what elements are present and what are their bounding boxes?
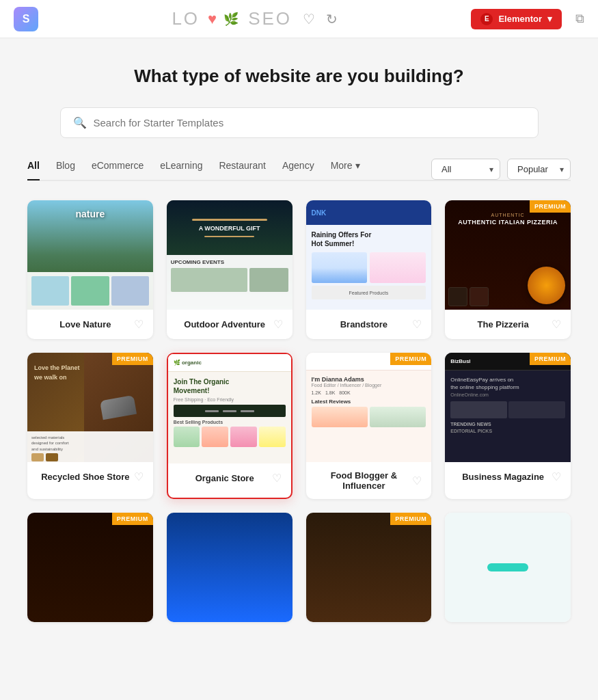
favorite-love-nature[interactable]: ♡	[134, 318, 144, 331]
template-card-brandstore[interactable]: DNK Raining Offers ForHot Summer! Featur…	[306, 200, 432, 339]
tab-elearning[interactable]: eLearning	[160, 160, 202, 180]
sort-select[interactable]: Popular Newest Oldest	[507, 159, 571, 180]
pizzeria-title-text: AUTHENTIC ITALIAN PIZZERIA	[458, 219, 558, 226]
favorite-pizzeria[interactable]: ♡	[552, 318, 561, 331]
sort-select-wrap: Popular Newest Oldest	[507, 159, 571, 180]
teal-bar	[487, 563, 528, 571]
brand-loy: LO	[172, 8, 200, 29]
template-card-business-magazine[interactable]: PREMIUM BizBusl OnlineEasyPay arrives on…	[445, 353, 571, 499]
type-select[interactable]: All Free Premium	[431, 159, 500, 180]
heart-icon: ♥	[208, 10, 217, 28]
blogger-name: I'm Dianna Adams	[312, 376, 426, 383]
template-card-outdoor-adventure[interactable]: A WONDERFUL GIFT UPCOMING EVENTS Outdoor…	[167, 200, 293, 339]
main-content: What type of website are you building? 🔍…	[0, 38, 598, 636]
premium-badge-shoe: PREMIUM	[112, 353, 153, 365]
pizzeria-mini-items	[448, 287, 489, 306]
template-label-blogger: Food Blogger & Influencer ♡	[306, 462, 432, 499]
favorite-outdoor[interactable]: ♡	[273, 318, 283, 331]
favorite-icon[interactable]: ♡	[303, 11, 315, 27]
template-label-outdoor: Outdoor Adventure ♡	[167, 310, 293, 339]
elementor-button[interactable]: E Elementor ▾	[471, 9, 562, 29]
refresh-icon[interactable]: ↻	[326, 11, 338, 27]
brandstore-headline: Raining Offers ForHot Summer!	[312, 230, 426, 248]
nature-bottom-strip	[27, 272, 153, 310]
tab-more[interactable]: More ▾	[331, 160, 360, 179]
type-select-wrap: All Free Premium	[431, 159, 500, 180]
brandstore-logo-text: DNK	[312, 209, 327, 217]
topbar-center: LO ♥ 🌿 SEO ♡ ↻	[38, 8, 471, 29]
search-input[interactable]	[94, 117, 526, 129]
template-card-bottom-3[interactable]: PREMIUM	[306, 513, 432, 622]
organic-sub: Free Shipping · Eco Friendly	[174, 397, 286, 402]
template-name-shoe: Recycled Shoe Store	[37, 472, 134, 482]
template-card-bottom-1[interactable]: PREMIUM	[27, 513, 153, 622]
favorite-blogger[interactable]: ♡	[412, 474, 422, 487]
app-logo-icon[interactable]: S	[14, 7, 38, 31]
topbar-right: E Elementor ▾ ⧉	[471, 9, 584, 29]
filter-tabs: All Blog eCommerce eLearning Restaurant …	[27, 160, 360, 179]
template-thumb-bottom-2	[167, 513, 293, 622]
favorite-business[interactable]: ♡	[552, 470, 561, 483]
pizzeria-sub-text: AUTHENTIC	[491, 213, 525, 217]
blogger-body: I'm Dianna Adams Food Editor / Influence…	[306, 371, 432, 462]
favorite-shoe[interactable]: ♡	[134, 470, 144, 483]
premium-badge-bottom-3: PREMIUM	[390, 513, 431, 525]
template-name-pizzeria: The Pizzeria	[454, 319, 552, 329]
business-trending: TRENDING NEWS	[450, 422, 565, 427]
template-name-business: Business Magazine	[454, 472, 552, 482]
business-headline: OnlineEasyPay arrives onthe online shopp…	[450, 376, 565, 391]
tab-ecommerce[interactable]: eCommerce	[92, 160, 144, 180]
template-label-love-nature: Love Nature ♡	[27, 310, 153, 339]
elementor-logo-icon: E	[480, 13, 493, 25]
template-name-blogger: Food Blogger & Influencer	[316, 470, 413, 491]
topbar-left: S	[14, 7, 38, 31]
template-name-organic: Organic Store	[178, 473, 272, 483]
shoe-silhouette	[100, 395, 137, 420]
template-name-outdoor: Outdoor Adventure	[176, 319, 273, 329]
tab-agency[interactable]: Agency	[282, 160, 314, 180]
template-label-pizzeria: The Pizzeria ♡	[445, 310, 571, 339]
business-body: OnlineEasyPay arrives onthe online shopp…	[445, 371, 571, 462]
favorite-brandstore[interactable]: ♡	[412, 318, 422, 331]
organic-products	[174, 427, 286, 447]
template-thumb-pizzeria: PREMIUM AUTHENTIC AUTHENTIC ITALIAN PIZZ…	[445, 200, 571, 310]
shoe-title-text: Love the Planetwe walk on	[34, 364, 80, 382]
premium-badge-pizzeria: PREMIUM	[530, 200, 571, 213]
filter-row: All Blog eCommerce eLearning Restaurant …	[27, 159, 571, 181]
template-card-bottom-4[interactable]	[445, 513, 571, 622]
business-grid	[450, 401, 565, 418]
favorite-organic[interactable]: ♡	[272, 472, 282, 485]
pizzeria-pizza-circle	[528, 267, 565, 304]
template-thumb-bottom-3: PREMIUM	[306, 513, 432, 622]
blogger-reviews-title: Latest Reviews	[312, 399, 426, 405]
premium-badge-bottom-1: PREMIUM	[112, 513, 153, 525]
external-link-icon[interactable]: ⧉	[575, 12, 584, 26]
topbar-action-icons: ♡ ↻	[303, 11, 338, 27]
tab-restaurant[interactable]: Restaurant	[219, 160, 265, 180]
template-grid-row2: PREMIUM Love the Planetwe walk on select…	[27, 353, 571, 499]
leaf-icon: 🌿	[223, 12, 239, 27]
template-thumb-outdoor: A WONDERFUL GIFT UPCOMING EVENTS	[167, 200, 293, 310]
elementor-dropdown-icon: ▾	[547, 14, 552, 24]
template-card-pizzeria[interactable]: PREMIUM AUTHENTIC AUTHENTIC ITALIAN PIZZ…	[445, 200, 571, 339]
page-title: What type of website are you building?	[27, 66, 571, 87]
brand-seo: SEO	[248, 8, 292, 29]
business-editorial: EDITORIAL PICKS	[450, 429, 565, 433]
tab-blog[interactable]: Blog	[56, 160, 75, 180]
template-name-brandstore: Brandstore	[316, 319, 413, 329]
blogger-review-items	[312, 407, 426, 427]
template-card-shoe-store[interactable]: PREMIUM Love the Planetwe walk on select…	[27, 353, 153, 499]
brandstore-features: Featured Products	[349, 291, 389, 295]
template-thumb-business: PREMIUM BizBusl OnlineEasyPay arrives on…	[445, 353, 571, 462]
search-bar: 🔍	[60, 107, 539, 138]
template-thumb-bottom-1: PREMIUM	[27, 513, 153, 622]
template-card-love-nature[interactable]: nature Love Nature ♡	[27, 200, 153, 339]
business-sub: OnlineOnline.com	[450, 392, 565, 397]
template-label-organic: Organic Store ♡	[168, 463, 291, 493]
template-card-bottom-2[interactable]	[167, 513, 293, 622]
template-card-organic-store[interactable]: 🌿 organic Join The OrganicMovement! Free…	[167, 353, 293, 499]
tab-all[interactable]: All	[27, 160, 40, 180]
outdoor-header: A WONDERFUL GIFT	[167, 200, 293, 255]
template-grid-row3: PREMIUM PREMIUM	[27, 513, 571, 622]
template-card-food-blogger[interactable]: PREMIUM I'm Dianna Adams Food Editor / I…	[306, 353, 432, 499]
